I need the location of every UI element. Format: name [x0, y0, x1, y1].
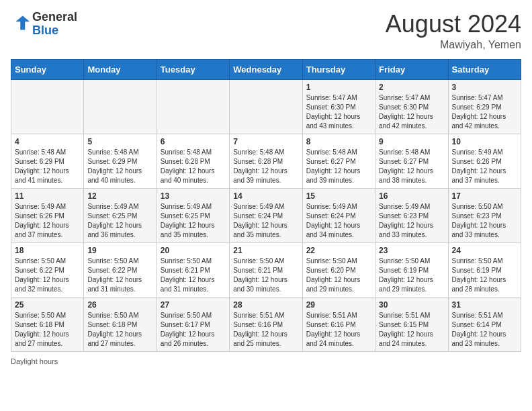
day-info: Sunrise: 5:49 AM Sunset: 6:23 PM Dayligh…: [379, 202, 444, 240]
calendar-table: SundayMondayTuesdayWednesdayThursdayFrid…: [11, 59, 521, 352]
calendar-cell: [84, 79, 157, 134]
day-info: Sunrise: 5:50 AM Sunset: 6:18 PM Dayligh…: [15, 311, 80, 349]
column-header-saturday: Saturday: [448, 59, 521, 79]
day-info: Sunrise: 5:50 AM Sunset: 6:23 PM Dayligh…: [452, 202, 517, 240]
calendar-cell: 30Sunrise: 5:51 AM Sunset: 6:15 PM Dayli…: [375, 297, 448, 351]
day-info: Sunrise: 5:48 AM Sunset: 6:28 PM Dayligh…: [161, 148, 226, 185]
calendar-cell: 16Sunrise: 5:49 AM Sunset: 6:23 PM Dayli…: [375, 188, 448, 242]
calendar-cell: 17Sunrise: 5:50 AM Sunset: 6:23 PM Dayli…: [448, 188, 521, 242]
day-number: 14: [233, 191, 298, 201]
day-number: 28: [233, 300, 298, 310]
week-row-3: 11Sunrise: 5:49 AM Sunset: 6:26 PM Dayli…: [11, 188, 521, 242]
day-number: 15: [306, 191, 371, 201]
day-info: Sunrise: 5:48 AM Sunset: 6:29 PM Dayligh…: [15, 148, 80, 185]
calendar-cell: 29Sunrise: 5:51 AM Sunset: 6:16 PM Dayli…: [302, 297, 375, 351]
day-info: Sunrise: 5:51 AM Sunset: 6:16 PM Dayligh…: [233, 311, 298, 349]
calendar-cell: 1Sunrise: 5:47 AM Sunset: 6:30 PM Daylig…: [302, 79, 375, 134]
day-info: Sunrise: 5:49 AM Sunset: 6:25 PM Dayligh…: [87, 202, 152, 240]
calendar-cell: 8Sunrise: 5:48 AM Sunset: 6:27 PM Daylig…: [302, 134, 375, 188]
location-subtitle: Mawiyah, Yemen: [386, 39, 521, 51]
day-info: Sunrise: 5:50 AM Sunset: 6:19 PM Dayligh…: [452, 257, 517, 294]
column-header-thursday: Thursday: [302, 59, 375, 79]
day-info: Sunrise: 5:50 AM Sunset: 6:22 PM Dayligh…: [87, 257, 152, 294]
day-number: 20: [161, 246, 226, 255]
calendar-cell: [230, 79, 302, 134]
calendar-cell: 23Sunrise: 5:50 AM Sunset: 6:19 PM Dayli…: [375, 242, 448, 297]
header-row: SundayMondayTuesdayWednesdayThursdayFrid…: [11, 59, 521, 79]
calendar-cell: 22Sunrise: 5:50 AM Sunset: 6:20 PM Dayli…: [302, 242, 375, 297]
calendar-cell: 9Sunrise: 5:48 AM Sunset: 6:27 PM Daylig…: [375, 134, 448, 188]
day-number: 19: [87, 246, 152, 255]
week-row-1: 1Sunrise: 5:47 AM Sunset: 6:30 PM Daylig…: [11, 79, 521, 134]
logo-general-text: General: [32, 10, 77, 24]
calendar-cell: 28Sunrise: 5:51 AM Sunset: 6:16 PM Dayli…: [230, 297, 302, 351]
logo-blue-text: Blue: [32, 24, 58, 37]
day-info: Sunrise: 5:48 AM Sunset: 6:28 PM Dayligh…: [233, 148, 298, 185]
svg-marker-0: [15, 15, 30, 30]
week-row-2: 4Sunrise: 5:48 AM Sunset: 6:29 PM Daylig…: [11, 134, 521, 188]
day-number: 25: [15, 300, 80, 310]
day-number: 23: [379, 246, 444, 255]
calendar-cell: 12Sunrise: 5:49 AM Sunset: 6:25 PM Dayli…: [84, 188, 157, 242]
day-info: Sunrise: 5:48 AM Sunset: 6:27 PM Dayligh…: [379, 148, 444, 185]
day-info: Sunrise: 5:49 AM Sunset: 6:25 PM Dayligh…: [161, 202, 226, 240]
day-number: 17: [452, 191, 517, 201]
calendar-cell: 2Sunrise: 5:47 AM Sunset: 6:30 PM Daylig…: [375, 79, 448, 134]
day-info: Sunrise: 5:48 AM Sunset: 6:29 PM Dayligh…: [87, 148, 152, 185]
calendar-cell: 3Sunrise: 5:47 AM Sunset: 6:29 PM Daylig…: [448, 79, 521, 134]
day-info: Sunrise: 5:51 AM Sunset: 6:14 PM Dayligh…: [452, 311, 517, 349]
day-info: Sunrise: 5:49 AM Sunset: 6:24 PM Dayligh…: [233, 202, 298, 240]
daylight-label: Daylight hours: [11, 357, 58, 365]
day-info: Sunrise: 5:47 AM Sunset: 6:29 PM Dayligh…: [452, 93, 517, 131]
day-number: 3: [452, 83, 517, 92]
calendar-cell: 26Sunrise: 5:50 AM Sunset: 6:18 PM Dayli…: [84, 297, 157, 351]
day-info: Sunrise: 5:50 AM Sunset: 6:18 PM Dayligh…: [87, 311, 152, 349]
day-info: Sunrise: 5:49 AM Sunset: 6:26 PM Dayligh…: [15, 202, 80, 240]
calendar-cell: 19Sunrise: 5:50 AM Sunset: 6:22 PM Dayli…: [84, 242, 157, 297]
day-info: Sunrise: 5:51 AM Sunset: 6:15 PM Dayligh…: [379, 311, 444, 349]
month-year-title: August 2024: [386, 11, 521, 38]
day-number: 31: [452, 300, 517, 310]
day-number: 7: [233, 137, 298, 146]
day-number: 16: [379, 191, 444, 201]
day-number: 12: [87, 191, 152, 201]
calendar-cell: 24Sunrise: 5:50 AM Sunset: 6:19 PM Dayli…: [448, 242, 521, 297]
calendar-cell: 4Sunrise: 5:48 AM Sunset: 6:29 PM Daylig…: [11, 134, 84, 188]
day-number: 1: [306, 83, 371, 92]
logo: General Blue: [11, 11, 77, 38]
column-header-friday: Friday: [375, 59, 448, 79]
calendar-cell: 25Sunrise: 5:50 AM Sunset: 6:18 PM Dayli…: [11, 297, 84, 351]
calendar-cell: 21Sunrise: 5:50 AM Sunset: 6:21 PM Dayli…: [230, 242, 302, 297]
week-row-4: 18Sunrise: 5:50 AM Sunset: 6:22 PM Dayli…: [11, 242, 521, 297]
day-info: Sunrise: 5:48 AM Sunset: 6:27 PM Dayligh…: [306, 148, 371, 185]
day-number: 6: [161, 137, 226, 146]
page-header: General Blue August 2024 Mawiyah, Yemen: [11, 11, 521, 51]
calendar-cell: 14Sunrise: 5:49 AM Sunset: 6:24 PM Dayli…: [230, 188, 302, 242]
logo-icon: [12, 13, 31, 32]
column-header-sunday: Sunday: [11, 59, 84, 79]
day-info: Sunrise: 5:50 AM Sunset: 6:21 PM Dayligh…: [161, 257, 226, 294]
day-number: 21: [233, 246, 298, 255]
day-info: Sunrise: 5:47 AM Sunset: 6:30 PM Dayligh…: [306, 93, 371, 131]
day-number: 24: [452, 246, 517, 255]
day-info: Sunrise: 5:51 AM Sunset: 6:16 PM Dayligh…: [306, 311, 371, 349]
day-number: 27: [161, 300, 226, 310]
calendar-cell: 31Sunrise: 5:51 AM Sunset: 6:14 PM Dayli…: [448, 297, 521, 351]
calendar-cell: 18Sunrise: 5:50 AM Sunset: 6:22 PM Dayli…: [11, 242, 84, 297]
day-number: 2: [379, 83, 444, 92]
column-header-monday: Monday: [84, 59, 157, 79]
day-number: 5: [87, 137, 152, 146]
calendar-cell: 5Sunrise: 5:48 AM Sunset: 6:29 PM Daylig…: [84, 134, 157, 188]
calendar-cell: 7Sunrise: 5:48 AM Sunset: 6:28 PM Daylig…: [230, 134, 302, 188]
calendar-cell: 10Sunrise: 5:49 AM Sunset: 6:26 PM Dayli…: [448, 134, 521, 188]
day-number: 9: [379, 137, 444, 146]
day-number: 29: [306, 300, 371, 310]
calendar-cell: [11, 79, 84, 134]
day-info: Sunrise: 5:49 AM Sunset: 6:24 PM Dayligh…: [306, 202, 371, 240]
day-number: 30: [379, 300, 444, 310]
day-number: 11: [15, 191, 80, 201]
day-info: Sunrise: 5:47 AM Sunset: 6:30 PM Dayligh…: [379, 93, 444, 131]
calendar-cell: 6Sunrise: 5:48 AM Sunset: 6:28 PM Daylig…: [157, 134, 229, 188]
column-header-wednesday: Wednesday: [230, 59, 302, 79]
footer: Daylight hours: [11, 357, 521, 365]
